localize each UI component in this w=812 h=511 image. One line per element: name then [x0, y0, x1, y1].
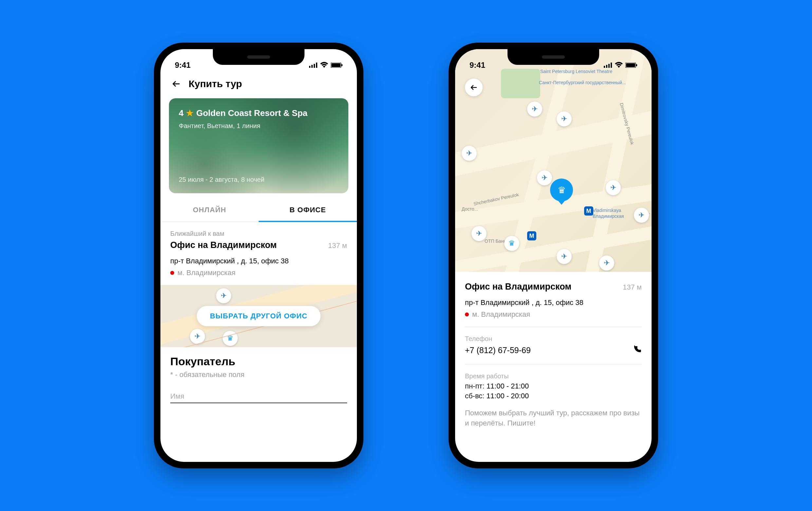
map-full[interactable]: Saint Petersburg Lensoviet Theatre Санкт… — [455, 49, 651, 272]
svg-rect-6 — [342, 64, 343, 66]
battery-icon — [331, 61, 343, 70]
notch — [508, 49, 599, 65]
map-marker-crown-icon[interactable] — [504, 236, 519, 251]
tabs: ОНЛАЙН В ОФИСЕ — [161, 199, 357, 222]
metro-name: м. Владимирская — [472, 310, 530, 319]
hours-label: Время работы — [465, 372, 642, 380]
battery-icon — [626, 61, 637, 70]
page-title: Купить тур — [188, 78, 242, 89]
svg-rect-10 — [611, 62, 612, 68]
tour-dates: 25 июля - 2 августа, 8 ночей — [179, 176, 339, 183]
tab-office[interactable]: В ОФИСЕ — [259, 199, 357, 222]
office-name: Офис на Владимирском — [465, 282, 571, 292]
map-marker-icon — [190, 329, 205, 344]
tour-location: Фантиет, Вьетнам, 1 линия — [179, 122, 339, 130]
call-button[interactable] — [633, 345, 642, 356]
phone-row: +7 (812) 67-59-69 — [465, 345, 642, 356]
map-label-dosto: Досто... — [462, 206, 478, 211]
header: Купить тур — [161, 72, 357, 96]
svg-rect-12 — [626, 63, 635, 67]
name-input[interactable] — [170, 403, 347, 403]
map-marker-icon[interactable] — [557, 249, 572, 264]
tour-card[interactable]: 4 ★ Golden Coast Resort & Spa Фантиет, В… — [169, 98, 348, 193]
status-time: 9:41 — [469, 61, 485, 70]
map-marker-icon[interactable] — [527, 102, 542, 117]
office-distance: 137 м — [623, 283, 642, 291]
metro-row: м. Владимирская — [465, 310, 642, 319]
choose-other-office-button[interactable]: ВЫБРАТЬ ДРУГОЙ ОФИС — [197, 306, 321, 326]
map-marker-icon[interactable] — [557, 111, 572, 126]
name-label: Имя — [170, 392, 347, 401]
map-marker-icon[interactable] — [537, 170, 552, 186]
map-label-bank: ОТП Банк — [485, 238, 505, 244]
buyer-section: Покупатель * - обязательные поля Имя — [161, 347, 357, 411]
hours-weekday: пн-пт: 11:00 - 21:00 — [465, 382, 642, 391]
back-button[interactable] — [170, 78, 182, 90]
buyer-title: Покупатель — [170, 355, 347, 368]
phone-number[interactable]: +7 (812) 67-59-69 — [465, 346, 531, 355]
phone-label: Телефон — [465, 335, 642, 343]
wifi-icon — [320, 61, 328, 70]
park-area — [501, 69, 540, 98]
notch — [213, 49, 304, 65]
tour-rating: 4 — [179, 108, 183, 118]
svg-rect-1 — [311, 65, 313, 68]
metro-dot-icon — [465, 312, 469, 316]
phone-frame-2: 9:41 Saint Pete — [448, 42, 658, 469]
map-marker-icon[interactable] — [471, 226, 487, 241]
tab-online[interactable]: ОНЛАЙН — [161, 199, 259, 221]
office-address: пр-т Владимирский , д. 15, офис 38 — [170, 257, 347, 265]
status-icons — [604, 61, 637, 70]
tour-title: 4 ★ Golden Coast Resort & Spa — [179, 108, 339, 118]
metro-row: м. Владимирская — [170, 268, 347, 277]
divider — [465, 327, 642, 327]
map-preview[interactable]: ВЫБРАТЬ ДРУГОЙ ОФИС — [161, 285, 357, 347]
svg-rect-2 — [314, 64, 315, 68]
status-icons — [309, 61, 343, 70]
help-text: Поможем выбрать лучший тур, расскажем пр… — [465, 408, 642, 428]
office-address: пр-т Владимирский , д. 15, офис 38 — [465, 299, 642, 307]
metro-name: м. Владимирская — [177, 268, 235, 277]
map-label-theatre-ru: Санкт-Петербургский государственный... — [539, 80, 626, 85]
svg-rect-9 — [608, 64, 610, 68]
hours-weekend: сб-вс: 11:00 - 20:00 — [465, 392, 642, 400]
office-details: Офис на Владимирском 137 м пр-т Владимир… — [455, 272, 651, 438]
wifi-icon — [615, 61, 623, 70]
map-marker-icon — [216, 288, 231, 303]
map-marker-icon[interactable] — [634, 208, 649, 223]
phone-icon — [633, 345, 642, 354]
svg-rect-8 — [606, 65, 607, 68]
star-icon: ★ — [186, 108, 194, 118]
selected-location-pin[interactable] — [550, 178, 573, 201]
phone-frame-1: 9:41 Купить тур 4 — [154, 42, 364, 469]
status-time: 9:41 — [175, 61, 191, 70]
screen-1: 9:41 Купить тур 4 — [161, 49, 357, 462]
back-button[interactable] — [465, 79, 483, 96]
svg-rect-5 — [331, 63, 341, 67]
metro-dot-icon — [170, 271, 174, 275]
metro-station-icon: M — [584, 206, 593, 216]
svg-rect-0 — [309, 66, 310, 68]
office-distance: 137 м — [328, 242, 347, 250]
svg-rect-13 — [636, 64, 637, 66]
map-label-vlad-ru: Владимирская — [592, 214, 624, 219]
map-marker-icon[interactable] — [599, 256, 614, 271]
map-marker-icon[interactable] — [462, 146, 477, 161]
map-marker-icon[interactable] — [606, 180, 621, 195]
arrow-left-icon — [470, 84, 478, 91]
office-name: Офис на Владимирском — [170, 240, 277, 250]
tour-name: Golden Coast Resort & Spa — [196, 108, 308, 118]
map-marker-crown-icon — [223, 331, 238, 346]
nearest-caption: Ближайший к вам — [170, 230, 347, 237]
divider — [465, 364, 642, 365]
svg-rect-7 — [604, 66, 605, 68]
metro-station-icon: M — [527, 231, 536, 240]
map-label-vlad: Vladimirskaya — [592, 208, 621, 213]
arrow-left-icon — [172, 79, 181, 88]
office-section: Ближайший к вам Офис на Владимирском 137… — [161, 222, 357, 285]
signal-icon — [604, 61, 612, 70]
svg-rect-3 — [316, 62, 317, 68]
signal-icon — [309, 61, 318, 70]
screen-2: 9:41 Saint Pete — [455, 49, 651, 462]
required-note: * - обязательные поля — [170, 370, 347, 379]
